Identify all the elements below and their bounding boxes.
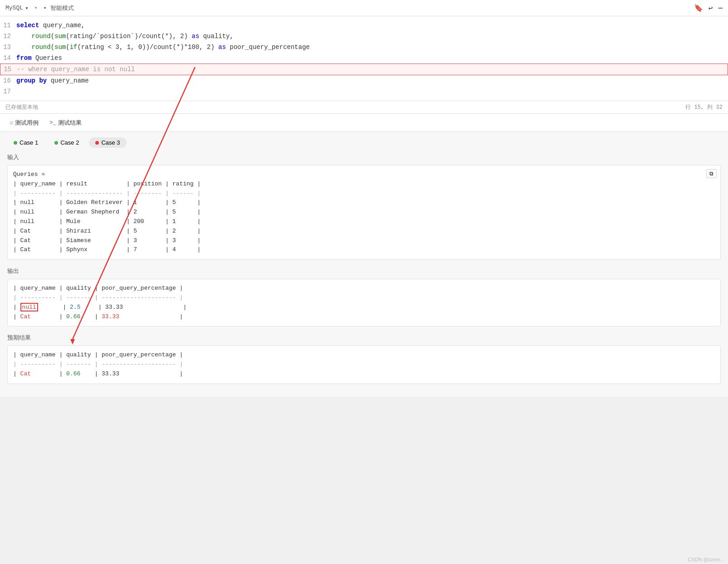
line-content: round(sum(if(rating < 3, 1, 0))/count(*)…: [16, 42, 728, 52]
line-number: 16: [0, 76, 16, 86]
output-label: 输出: [7, 267, 721, 275]
test-area: ☑ 测试用例 >_ 测试结果 Case 1 Case 2: [0, 114, 728, 397]
input-row-6: | Cat | Sphynx | 7 | 4 |: [13, 245, 715, 255]
mysql-dropdown[interactable]: MySQL ▾: [5, 5, 29, 12]
case-dot-1: [14, 141, 17, 145]
input-row-1: | null | Golden Retriever | 1 | 5 |: [13, 198, 715, 208]
test-content: Case 1 Case 2 Case 3 输入 ⧉ Queries = | qu…: [0, 132, 728, 397]
tab-test-results-label: 测试结果: [58, 119, 82, 127]
line-content: group by query_name: [16, 76, 728, 86]
code-line-13: 13 round(sum(if(rating < 3, 1, 0))/count…: [0, 42, 728, 53]
watermark: CSDN @zzom...: [688, 557, 724, 562]
code-line-15: 15 -- where query_name is not null: [0, 63, 728, 75]
input-row-3: | null | Mule | 200 | 1 |: [13, 217, 715, 227]
output-table: | query_name | quality | poor_query_perc…: [7, 279, 721, 326]
code-line-17: 17: [0, 86, 728, 97]
bookmark-icon[interactable]: 🔖: [694, 4, 703, 13]
case-dot-2: [54, 141, 58, 145]
case-tab-3-label: Case 3: [101, 139, 120, 146]
code-line-11: 11 select query_name,: [0, 20, 728, 31]
expected-table: | query_name | quality | poor_query_perc…: [7, 345, 721, 384]
code-line-14: 14 from Queries: [0, 53, 728, 63]
output-col-header: | query_name | quality | poor_query_perc…: [13, 284, 715, 293]
chevron-down-icon: ▾: [25, 5, 29, 12]
line-number: 12: [0, 31, 16, 41]
separator: •: [34, 5, 38, 12]
expected-row-cat: | Cat | 0.66 | 33.33 |: [13, 370, 715, 379]
input-row-2: | null | German Shepherd | 2 | 5 |: [13, 208, 715, 217]
status-bar: 已存储至本地 行 15, 列 32: [0, 101, 728, 114]
test-tabs-bar: ☑ 测试用例 >_ 测试结果: [0, 114, 728, 132]
tab-test-results[interactable]: >_ 测试结果: [45, 117, 86, 129]
output-separator: | ---------- | ------- | ---------------…: [13, 293, 715, 303]
case-tab-1-label: Case 1: [20, 139, 38, 146]
table-header-label: Queries =: [13, 170, 715, 180]
input-row-4: | Cat | Shirazi | 5 | 2 |: [13, 227, 715, 236]
input-table: ⧉ Queries = | query_name | result | posi…: [7, 165, 721, 260]
expected-label: 预期结果: [7, 334, 721, 342]
line-number: 14: [0, 53, 16, 63]
status-saved: 已存储至本地: [5, 103, 38, 111]
code-line-12: 12 round(sum(rating/`position`)/count(*)…: [0, 31, 728, 42]
line-content: round(sum(rating/`position`)/count(*), 2…: [16, 31, 728, 41]
toolbar-right: 🔖 ↩ ⋯: [694, 4, 723, 13]
toolbar: MySQL ▾ • • 智能模式 🔖 ↩ ⋯: [0, 0, 728, 16]
cursor-position: 行 15, 列 32: [685, 103, 723, 111]
more-icon[interactable]: ⋯: [718, 4, 723, 13]
smart-mode-label: • 智能模式: [43, 4, 74, 12]
line-number: 15: [0, 64, 17, 74]
tab-test-cases-label: 测试用例: [15, 119, 39, 127]
input-row-5: | Cat | Siamese | 3 | 3 |: [13, 236, 715, 246]
copy-button[interactable]: ⧉: [706, 169, 717, 178]
line-content: select query_name,: [16, 20, 728, 30]
case-dot-3: [95, 141, 99, 145]
output-row-null: | null | 2.5 | 33.33 |: [13, 303, 715, 312]
line-number: 13: [0, 42, 16, 52]
toolbar-left: MySQL ▾ • • 智能模式: [5, 4, 74, 12]
input-col-header: | query_name | result | position | ratin…: [13, 180, 715, 189]
main-container: MySQL ▾ • • 智能模式 🔖 ↩ ⋯ 11 select query_n…: [0, 0, 728, 564]
undo-icon[interactable]: ↩: [708, 4, 713, 13]
line-number: 17: [0, 87, 16, 97]
expected-col-header: | query_name | quality | poor_query_perc…: [13, 350, 715, 360]
case-tabs: Case 1 Case 2 Case 3: [7, 137, 721, 148]
null-value-highlighted: null: [20, 303, 38, 311]
input-label: 输入: [7, 153, 721, 161]
code-line-16: 16 group by query_name: [0, 75, 728, 86]
case-tab-1[interactable]: Case 1: [7, 137, 44, 148]
tab-test-cases[interactable]: ☑ 测试用例: [5, 117, 43, 129]
case-tab-2-label: Case 2: [60, 139, 79, 146]
code-editor[interactable]: 11 select query_name, 12 round(sum(ratin…: [0, 16, 728, 101]
line-content: from Queries: [16, 53, 728, 63]
input-separator: | ---------- | ---------------- | ------…: [13, 189, 715, 199]
line-number: 11: [0, 20, 16, 30]
mysql-label: MySQL: [5, 5, 23, 11]
case-tab-2[interactable]: Case 2: [48, 137, 85, 148]
cmd-icon: >_: [49, 120, 56, 126]
output-row-cat: | Cat | 0.66 | 33.33 |: [13, 312, 715, 322]
line-content: -- where query_name is not null: [17, 64, 728, 74]
expected-separator: | ---------- | ------- | ---------------…: [13, 360, 715, 370]
check-icon: ☑: [10, 119, 13, 126]
case-tab-3[interactable]: Case 3: [89, 137, 126, 148]
